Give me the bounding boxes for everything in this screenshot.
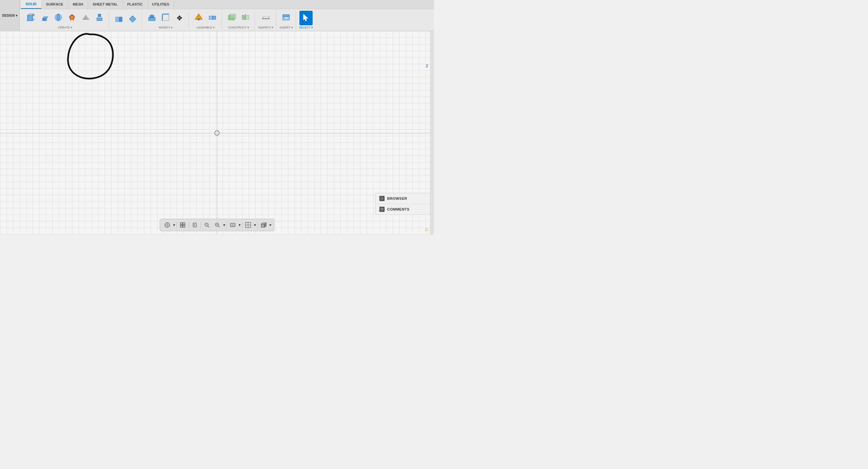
select-tool-button[interactable] [300, 11, 313, 25]
display-dropdown[interactable]: ▾ [239, 223, 241, 227]
svg-rect-55 [183, 225, 185, 227]
group-assemble: ASSEMBLE ▾ [189, 10, 222, 29]
revolve-button[interactable] [52, 11, 65, 25]
snap-dropdown[interactable]: ▾ [173, 223, 175, 227]
svg-line-5 [33, 19, 35, 21]
svg-rect-69 [261, 224, 265, 227]
design-label: DESIGN ▾ [2, 14, 17, 17]
orbit-button[interactable] [190, 221, 199, 230]
measure-button[interactable]: |←→| [259, 11, 272, 25]
divider2 [188, 222, 189, 228]
modify-label[interactable]: MODIFY ▾ [159, 26, 173, 29]
svg-marker-21 [129, 16, 136, 22]
assemble-label[interactable]: ASSEMBLE ▾ [196, 26, 215, 29]
svg-marker-7 [42, 17, 48, 19]
inspect-label[interactable]: INSPECT ▾ [258, 26, 273, 29]
toolbar: DESIGN ▾ SOLID SURFACE MESH SHEET METAL … [0, 0, 434, 31]
midplane-button[interactable] [239, 11, 252, 25]
snap-button[interactable] [163, 221, 172, 230]
right-panel: BROWSER COMMENTS [375, 193, 434, 215]
svg-rect-23 [150, 16, 154, 18]
grid-display-button[interactable] [244, 221, 253, 230]
svg-point-10 [57, 14, 60, 21]
svg-marker-43 [303, 14, 308, 21]
construct-buttons [225, 11, 252, 25]
create-label[interactable]: CREATE ▾ [58, 26, 72, 29]
warning-badge: ⚠ [425, 227, 429, 232]
tab-utilities[interactable]: UTILITIES [148, 0, 174, 9]
svg-rect-31 [230, 14, 236, 19]
right-edge-bar [430, 31, 434, 235]
group-create2 [110, 10, 142, 29]
construct-label[interactable]: CONSTRUCT ▾ [228, 26, 249, 29]
svg-rect-53 [183, 223, 185, 225]
thin-extrude-button[interactable] [79, 11, 92, 25]
svg-point-26 [198, 18, 200, 20]
group-select: SELECT ▾ [297, 10, 315, 29]
svg-rect-20 [119, 17, 122, 22]
tab-solid[interactable]: SOLID [21, 0, 41, 9]
svg-rect-47 [380, 208, 383, 210]
press-pull-button[interactable] [145, 11, 158, 25]
extrude-button[interactable] [38, 11, 51, 25]
fillet-button[interactable] [159, 11, 172, 25]
display-mode-button[interactable] [228, 221, 237, 230]
origin-marker [214, 130, 220, 136]
viewcube-dropdown[interactable]: ▾ [269, 223, 271, 227]
svg-rect-28 [212, 16, 216, 19]
svg-rect-34 [246, 16, 249, 19]
canvas[interactable]: Z [0, 31, 434, 235]
comments-icon [379, 207, 384, 212]
insert-buttons [280, 11, 292, 25]
browser-label: BROWSER [387, 197, 407, 200]
comments-panel-item[interactable]: COMMENTS [375, 204, 434, 214]
svg-rect-15 [98, 14, 101, 17]
select-label[interactable]: SELECT ▾ [299, 26, 313, 29]
loft-button[interactable] [93, 11, 106, 25]
divider6 [257, 222, 257, 228]
tab-surface[interactable]: SURFACE [41, 0, 68, 9]
group-inspect: |←→| INSPECT ▾ [256, 10, 276, 29]
browser-icon [379, 196, 384, 201]
svg-line-58 [208, 226, 209, 227]
modify-buttons: ✥ [145, 11, 186, 25]
generative-button[interactable] [65, 11, 79, 25]
comments-label: COMMENTS [387, 207, 409, 211]
svg-rect-19 [116, 17, 119, 22]
pattern-button[interactable] [126, 12, 139, 27]
grid-snap-button[interactable] [178, 221, 187, 230]
divider3 [200, 222, 201, 228]
browser-panel-item[interactable]: BROWSER [375, 193, 434, 204]
z-axis-label: Z [426, 64, 428, 68]
zoom-dropdown[interactable]: ▾ [223, 223, 225, 227]
group-insert: INSERT ▾ [277, 10, 296, 29]
tab-row: SOLID SURFACE MESH SHEET METAL PLASTIC U… [20, 0, 434, 9]
zoom-window-button[interactable] [213, 221, 222, 230]
tab-plastic[interactable]: PLASTIC [123, 0, 148, 9]
create-buttons: + [24, 11, 106, 25]
move-button[interactable]: ✥ [173, 11, 186, 25]
zoom-fit-button[interactable] [202, 221, 211, 230]
divider4 [226, 222, 227, 228]
tab-mesh[interactable]: MESH [68, 0, 88, 9]
bottom-toolbar: ▾ ▾ [160, 219, 274, 231]
select-buttons [300, 11, 313, 25]
joint-button[interactable] [192, 11, 205, 25]
divider1 [177, 222, 177, 228]
offset-plane-button[interactable] [225, 11, 238, 25]
group-create: + [22, 10, 109, 29]
inspect-buttons: |←→| [259, 11, 272, 25]
svg-rect-54 [180, 225, 182, 227]
toolbar-main: SOLID SURFACE MESH SHEET METAL PLASTIC U… [20, 0, 434, 31]
new-body-button[interactable]: + [24, 11, 37, 25]
svg-text:|←→|: |←→| [263, 15, 269, 18]
mirror-button[interactable] [112, 12, 125, 27]
svg-text:+: + [27, 19, 28, 22]
grid-dropdown[interactable]: ▾ [254, 223, 256, 227]
insert-decal-button[interactable] [280, 11, 292, 25]
design-panel[interactable]: DESIGN ▾ [0, 0, 20, 31]
insert-label[interactable]: INSERT ▾ [280, 26, 292, 29]
viewcube-button[interactable] [259, 221, 268, 230]
tab-sheet-metal[interactable]: SHEET METAL [88, 0, 123, 9]
as-built-joint-button[interactable] [206, 11, 219, 25]
